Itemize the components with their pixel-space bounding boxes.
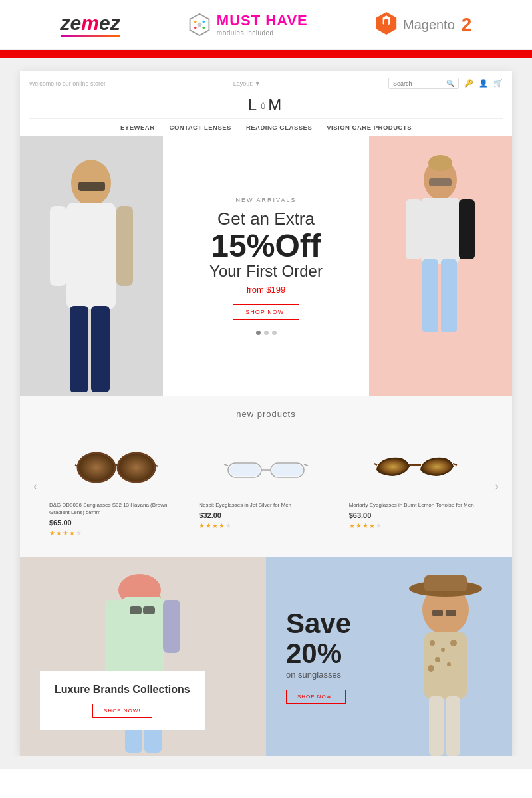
dot-2[interactable]	[264, 331, 269, 335]
svg-rect-46	[130, 606, 142, 614]
svg-rect-52	[446, 610, 456, 616]
user-icon[interactable]: 👤	[479, 79, 488, 88]
promo-percent: 20%	[286, 638, 351, 670]
key-icon[interactable]: 🔑	[464, 79, 473, 88]
promo-save: Save	[286, 610, 351, 638]
magento-icon	[375, 12, 398, 37]
svg-rect-61	[446, 696, 460, 756]
hero-price: from $199	[247, 285, 286, 295]
svg-rect-33	[229, 464, 260, 476]
svg-line-36	[374, 464, 377, 465]
svg-rect-19	[459, 200, 475, 259]
store-logo: LŮM	[190, 96, 342, 114]
hero-percent: 15%Off	[211, 230, 321, 262]
carousel-next-button[interactable]: ›	[491, 479, 503, 493]
hero-right-image	[369, 136, 512, 396]
hero-line3: Your First Order	[209, 262, 323, 281]
nav-contact-lenses[interactable]: CONTACT LENSES	[170, 124, 231, 131]
bottom-spacer	[0, 756, 532, 769]
store-header: Welcome to our online store! Layout: ▼ 🔍…	[20, 71, 512, 136]
svg-rect-20	[422, 259, 438, 332]
hero-carousel-dots	[256, 331, 277, 335]
nav-eyewear[interactable]: EYEWEAR	[120, 124, 155, 131]
top-badge-bar: zemez MUST HAVE modules included	[0, 0, 532, 50]
svg-point-2	[194, 21, 197, 23]
svg-rect-60	[429, 696, 444, 756]
product-price-2: $32.00	[199, 511, 332, 519]
svg-point-3	[202, 21, 205, 23]
store-container: Welcome to our online store! Layout: ▼ 🔍…	[20, 71, 512, 756]
svg-rect-50	[424, 575, 467, 591]
product-stars-1: ★ ★ ★ ★ ★	[49, 529, 183, 537]
svg-rect-10	[116, 206, 133, 286]
product-price-1: $65.00	[49, 519, 183, 527]
svg-line-37	[453, 464, 457, 465]
svg-rect-42	[105, 600, 122, 673]
svg-point-16	[428, 155, 452, 171]
product-stars-2: ★ ★ ★ ★ ★	[199, 522, 332, 529]
dot-1[interactable]	[256, 331, 261, 335]
hero-line1: Get an Extra	[217, 209, 315, 229]
svg-rect-21	[441, 259, 457, 332]
must-have-title: MUST HAVE	[217, 13, 308, 29]
svg-rect-43	[163, 600, 180, 653]
hero-center: NEW ARRIVALS Get an Extra 15%Off Your Fi…	[163, 136, 369, 396]
nav-reading-glasses[interactable]: READING GLASSES	[246, 124, 312, 131]
hero-tag: NEW ARRIVALS	[236, 197, 297, 203]
must-have-subtitle: modules included	[217, 29, 308, 37]
welcome-text: Welcome to our online store!	[29, 80, 105, 87]
promo-right-cta-button[interactable]: SHOP NOW!	[286, 690, 346, 704]
svg-rect-51	[432, 610, 443, 616]
svg-rect-12	[91, 306, 110, 392]
store-wrapper: Welcome to our online store! Layout: ▼ 🔍…	[0, 58, 532, 756]
products-carousel: ‹	[29, 430, 503, 543]
product-card-1: D&G DD8096 Sunglasses S02 13 Havana (Bro…	[41, 430, 191, 543]
promo-left-banner: Luxure Brands Collections SHOP NOW!	[20, 557, 266, 756]
svg-rect-47	[143, 606, 155, 614]
layout-selector[interactable]: Layout: ▼	[233, 80, 261, 87]
svg-point-24	[118, 453, 155, 482]
cart-icon[interactable]: 🛒	[493, 79, 503, 88]
product-card-3: Moriarty Eyeglasses in Burnt Lemon Torto…	[341, 430, 491, 543]
product-name-1: D&G DD8096 Sunglasses S02 13 Havana (Bro…	[49, 501, 183, 516]
promo-banners: Luxure Brands Collections SHOP NOW! Save…	[20, 557, 512, 756]
hero-section: NEW ARRIVALS Get an Extra 15%Off Your Fi…	[20, 136, 512, 396]
svg-point-57	[435, 657, 440, 662]
product-stars-3: ★ ★ ★ ★ ★	[349, 522, 483, 529]
svg-line-32	[304, 464, 308, 466]
svg-point-1	[197, 22, 201, 27]
product-name-3: Moriarty Eyeglasses in Burnt Lemon Torto…	[349, 501, 483, 509]
magento-badge: Magento 2	[375, 12, 471, 37]
new-products-title: new products	[29, 409, 503, 419]
product-image-2	[199, 436, 332, 496]
must-have-badge: MUST HAVE modules included	[188, 13, 308, 37]
logo-row: LŮM	[29, 92, 503, 118]
svg-rect-34	[272, 464, 303, 476]
search-icon[interactable]: 🔍	[446, 80, 454, 87]
svg-line-31	[224, 464, 228, 466]
dot-3[interactable]	[272, 331, 277, 335]
svg-point-58	[447, 662, 451, 666]
promo-left-content: Luxure Brands Collections SHOP NOW!	[40, 671, 205, 730]
promo-on-text: on sunglasses	[286, 670, 351, 680]
svg-point-59	[428, 665, 434, 672]
search-input[interactable]	[393, 80, 446, 87]
promo-right-banner: Save 20% on sunglasses SHOP NOW!	[266, 557, 512, 756]
zemes-logo: zemez	[61, 13, 120, 37]
carousel-prev-button[interactable]: ‹	[29, 479, 41, 493]
svg-point-55	[441, 648, 445, 652]
svg-rect-11	[70, 306, 88, 392]
svg-rect-13	[78, 182, 105, 191]
nav-vision-care[interactable]: VISION CARE PRODUCTS	[327, 124, 412, 131]
promo-left-cta-button[interactable]: SHOP NOW!	[92, 704, 152, 718]
product-image-1	[49, 436, 183, 496]
promo-left-title: Luxure Brands Collections	[55, 683, 190, 697]
hero-cta-button[interactable]: SHOP NOW!	[233, 304, 299, 320]
svg-point-5	[202, 27, 205, 29]
products-grid: D&G DD8096 Sunglasses S02 13 Havana (Bro…	[41, 430, 491, 543]
red-banner	[0, 50, 532, 58]
product-price-3: $63.00	[349, 511, 483, 519]
svg-point-54	[430, 640, 435, 646]
search-bar[interactable]: 🔍	[388, 78, 459, 89]
magento-version: 2	[462, 14, 472, 35]
